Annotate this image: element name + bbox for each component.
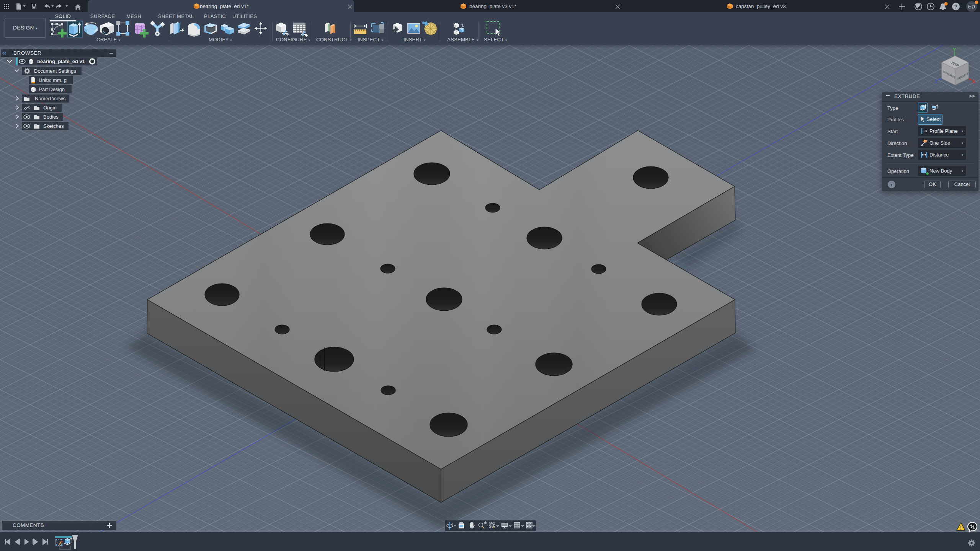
svg-text:i: i bbox=[891, 182, 892, 187]
svg-text:!: ! bbox=[960, 525, 962, 531]
svg-text:?: ? bbox=[954, 3, 958, 10]
svg-text:Y: Y bbox=[953, 47, 956, 52]
svg-text:Z: Z bbox=[935, 78, 938, 84]
svg-text:X: X bbox=[972, 78, 975, 84]
svg-text:ED: ED bbox=[968, 4, 975, 10]
